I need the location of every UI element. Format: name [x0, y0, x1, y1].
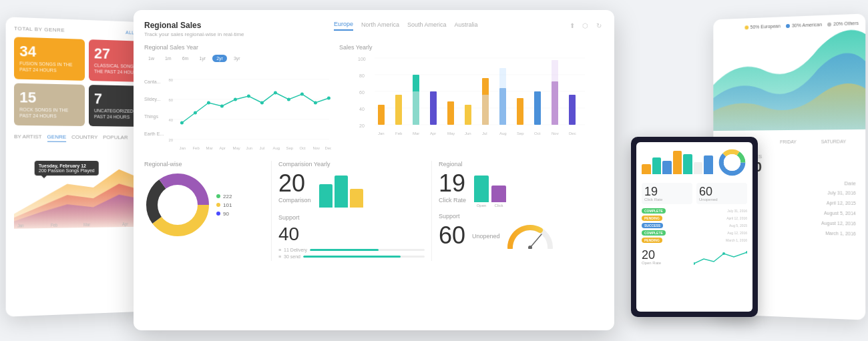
status-date-2: April 12, 2015	[827, 200, 856, 206]
svg-point-21	[300, 93, 304, 96]
delivery-items: ≡ 11 Delivery ≡ 30 send	[278, 248, 425, 259]
svg-rect-57	[517, 98, 523, 125]
svg-text:Dec: Dec	[569, 131, 576, 135]
donut-svg	[144, 172, 211, 238]
status-date-3: August 5, 2014	[824, 210, 856, 216]
date-col-header: Date	[845, 180, 856, 186]
refresh-icon[interactable]: ↻	[594, 21, 604, 30]
progress-bar-1	[310, 249, 425, 251]
unopened-support-label: Support	[439, 213, 585, 220]
legend-item-2: 101	[216, 202, 232, 208]
svg-text:Sep: Sep	[517, 131, 524, 135]
tab-popular[interactable]: POPULAR	[103, 135, 128, 143]
tablet-bars	[642, 147, 713, 174]
svg-text:Oct: Oct	[300, 146, 306, 150]
american-dot	[786, 23, 790, 27]
svg-text:Jan: Jan	[17, 223, 24, 228]
legend-item-3: 90	[216, 211, 232, 217]
svg-text:Jan: Jan	[378, 131, 385, 135]
unopened-block: Support 60 Unopened	[439, 213, 585, 249]
open-rate-num: 20	[642, 249, 661, 261]
svg-text:Jun: Jun	[246, 146, 253, 150]
scene: TOTAL BY GENRE ALL GENRES 34 FUSION SONG…	[0, 0, 868, 341]
tablet-bar-4	[673, 151, 682, 174]
tab-europe[interactable]: Europe	[334, 21, 353, 31]
legend-dot-3	[216, 212, 220, 216]
tablet-bar-section	[642, 147, 713, 178]
unopened-label: Unopened	[472, 233, 500, 240]
progress-fill-2	[303, 256, 401, 258]
pill-3yr[interactable]: 3yr	[230, 55, 244, 62]
tab-by-artist[interactable]: BY ARTIST	[14, 133, 41, 141]
pill-6m[interactable]: 6m	[178, 55, 193, 62]
tablet-date-3: Aug 5, 2015	[729, 224, 747, 228]
main-header: Regional Sales Track your sales regional…	[144, 21, 604, 37]
svg-point-22	[314, 101, 317, 105]
tablet-stat-unopened: 60 Unopened	[696, 183, 747, 204]
fusion-count: 34	[19, 44, 79, 61]
svg-rect-54	[482, 95, 489, 125]
status-date-1: July 31, 2016	[827, 190, 855, 195]
svg-text:Dec: Dec	[325, 146, 331, 150]
pill-1m[interactable]: 1m	[161, 55, 176, 62]
gauge-svg	[507, 222, 554, 249]
tablet-bar-1	[642, 164, 651, 174]
pill-2yr[interactable]: 2yr	[212, 55, 227, 62]
bar-2	[335, 176, 348, 208]
donut-wrapper: 222 101 90	[144, 172, 264, 238]
svg-point-15	[220, 105, 224, 108]
genre-card-fusion[interactable]: 34 FUSION SONGS in the past 24 hours	[14, 37, 85, 81]
line-chart-title: Regional Sales Year	[144, 44, 331, 51]
tooltip-date: Tuesday, February 12	[39, 163, 95, 168]
tablet-status-list: COMPLETE July 31, 2016 PENDING April 12,…	[642, 208, 747, 243]
svg-text:Jul: Jul	[260, 146, 265, 150]
svg-text:Jan: Jan	[180, 146, 186, 150]
svg-text:20: 20	[359, 123, 365, 128]
svg-text:Nov: Nov	[313, 146, 320, 150]
tablet-donut-svg	[717, 147, 747, 178]
title-section: Regional Sales Track your sales regional…	[144, 21, 244, 37]
svg-point-16	[234, 98, 237, 101]
svg-text:Mar: Mar	[206, 146, 213, 150]
bar-chart-title: Sales Yearly	[339, 44, 604, 51]
tab-genre[interactable]: GENRE	[47, 134, 67, 142]
bar-1	[319, 184, 333, 208]
saturday-label: SATURDAY	[821, 139, 847, 143]
tab-country[interactable]: COUNTRY	[71, 134, 97, 142]
svg-text:May: May	[233, 146, 240, 150]
share-icon[interactable]: ⬡	[581, 21, 590, 30]
svg-text:Apr: Apr	[122, 222, 128, 226]
friday-label: FRIDAY	[780, 139, 797, 144]
progress-fill-1	[310, 249, 379, 251]
tablet-panel: 19 Click Rate 60 Unopened COMPLETE July …	[631, 137, 758, 317]
tablet-bar-7	[704, 155, 713, 174]
pill-1yr[interactable]: 1yr	[195, 55, 210, 62]
tablet-stat-click-rate: 19 Click Rate	[642, 183, 692, 204]
pill-1w[interactable]: 1w	[144, 55, 158, 62]
tab-australia[interactable]: Australia	[455, 21, 478, 30]
svg-rect-58	[534, 91, 541, 125]
support-label: Support	[278, 214, 425, 221]
tablet-status-row-3: SUCCESS Aug 5, 2015	[642, 223, 747, 228]
delivery-label-2: 30 send	[284, 254, 300, 259]
bottom-row: Regional-wise 222	[144, 161, 604, 261]
wave-section: 50% European 30% American 20% Others	[713, 13, 865, 137]
svg-rect-49	[413, 91, 419, 125]
tablet-unopened-num: 60	[699, 186, 744, 198]
tab-north-america[interactable]: North America	[361, 21, 399, 30]
main-nav-tabs: Europe North America South America Austr…	[334, 21, 478, 31]
header-actions: ⬆ ⬡ ↻	[568, 21, 604, 30]
svg-point-83	[724, 154, 740, 171]
genre-card-rock[interactable]: 15 ROCK SONGS in the past 24 hours	[14, 83, 85, 127]
svg-rect-47	[395, 95, 402, 125]
tab-south-america[interactable]: South America	[407, 21, 447, 30]
svg-text:60: 60	[169, 98, 174, 102]
open-rate-block: 20 Open Rate	[642, 249, 661, 265]
click-rate-block: 19 Click Rate	[439, 172, 466, 204]
upload-icon[interactable]: ⬆	[568, 21, 577, 30]
comparison-bars	[319, 174, 363, 208]
tablet-click-rate-label: Click Rate	[644, 198, 690, 202]
svg-text:Mar: Mar	[83, 222, 90, 227]
tablet-status-row-2: PENDING April 12, 2016	[642, 216, 747, 221]
svg-point-20	[287, 98, 290, 101]
